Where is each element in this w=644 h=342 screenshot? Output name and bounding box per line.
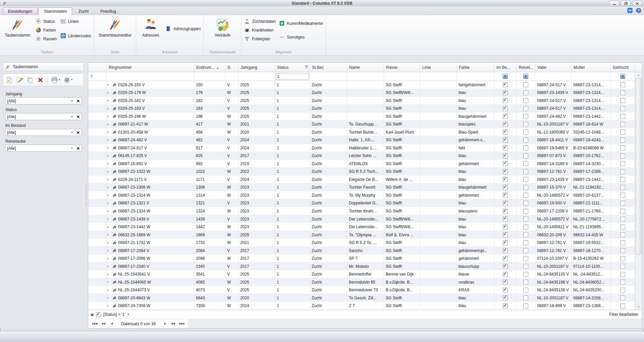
expand-arrow-icon[interactable] (107, 186, 111, 189)
table-row[interactable]: 08897-23-1321 V 1321 V 2023 1 Zucht Dopp… (88, 199, 635, 207)
reisetaube-checkbox[interactable] (523, 193, 528, 198)
table-row[interactable]: 01301-20-458 W 458 W 2020 1 Zucht Tochte… (88, 128, 635, 136)
reisetaube-checkbox[interactable] (523, 256, 528, 261)
restore-button[interactable] (621, 1, 631, 6)
expand-arrow-icon[interactable] (107, 289, 111, 292)
reisetaube-checkbox[interactable] (523, 98, 528, 103)
column-header-status[interactable]: Status (275, 63, 310, 72)
edit-filter-link[interactable]: Filter bearbeiten (609, 312, 640, 317)
expand-arrow-icon[interactable] (107, 304, 111, 307)
tab-stammdaten[interactable]: Stammdaten (39, 7, 72, 15)
close-filter-x-icon[interactable] (91, 313, 94, 316)
reisetaube-checkbox[interactable] (523, 138, 528, 143)
im-bestand-checkbox[interactable] (503, 209, 508, 214)
geloescht-checkbox[interactable] (620, 216, 625, 222)
filter-reisetaube-combo[interactable]: [Alle] (5, 145, 82, 152)
nav-first-button[interactable] (91, 321, 99, 327)
column-header-g[interactable]: G (225, 63, 238, 72)
vertical-scrollbar[interactable] (635, 72, 642, 310)
minimize-button[interactable] (609, 1, 620, 6)
column-header-geloescht[interactable]: Gelöscht (611, 63, 635, 72)
expand-arrow-icon[interactable] (107, 170, 111, 173)
reisetaube-checkbox[interactable] (523, 240, 528, 245)
table-row[interactable]: 06632-25-1669 W 1669 W 2025 1 Zucht To. … (88, 231, 635, 239)
table-row[interactable]: 08897-22-1022 W 1022 W 2022 1 Zucht SG R… (88, 168, 635, 176)
column-header-linie[interactable]: Linie (420, 63, 457, 72)
table-row[interactable]: 08897-23-1314 W 1314 W 2023 1 Zucht To. … (88, 191, 635, 199)
filter-cell-reisetaube[interactable] (517, 72, 535, 81)
table-row[interactable]: NL-25-1544073 V 4073 V 2025 1 Zucht Benn… (88, 286, 635, 294)
table-row[interactable]: 08897-23-1306 W 1306 W 2023 1 Zucht Toch… (88, 184, 635, 192)
im-bestand-checkbox[interactable] (503, 295, 508, 300)
reisetaube-checkbox[interactable] (523, 122, 528, 127)
expand-arrow-icon[interactable] (107, 83, 111, 86)
geloescht-checkbox[interactable] (620, 138, 625, 143)
column-header-im-bestand[interactable]: Im Be... (494, 63, 517, 72)
combo-dropdown-caret[interactable] (69, 147, 75, 150)
farben-button[interactable]: Farben (36, 27, 57, 33)
geloescht-checkbox[interactable] (620, 145, 625, 150)
table-row[interactable]: 08897-24-517 V 517 V 2024 1 Zucht Halbbr… (88, 144, 635, 152)
kuren-medikamente-button[interactable]: Kuren/Medikamente (279, 20, 323, 26)
filter-status-combo[interactable]: [Alle] (5, 113, 82, 120)
table-row[interactable]: 0329-25-179 W 179 W 2025 1 Zucht SG Stef… (88, 89, 635, 97)
expand-arrow-icon[interactable] (107, 99, 111, 102)
taubenstamm-button[interactable]: Taubenstamm (3, 15, 32, 38)
reisetaube-checkbox[interactable] (523, 106, 528, 111)
geloescht-checkbox[interactable] (620, 209, 625, 214)
im-bestand-checkbox[interactable] (503, 240, 508, 245)
column-header-jahrgang[interactable]: Jahrgang (238, 63, 275, 72)
expand-arrow-icon[interactable] (107, 249, 111, 252)
geloescht-checkbox[interactable] (620, 232, 625, 237)
filter-cell-ringnummer[interactable] (107, 72, 194, 81)
reisetaube-checkbox[interactable] (523, 90, 528, 95)
table-row[interactable]: 08897-23-1324 W 1324 W 2023 1 Zucht Toch… (88, 207, 635, 215)
table-row[interactable]: 08897-23-1439 V 1439 V 2023 1 Zucht Der … (88, 215, 635, 223)
im-bestand-checkbox[interactable] (503, 185, 508, 190)
im-bestand-checkbox[interactable] (503, 82, 508, 87)
scrollbar-thumb[interactable] (636, 78, 641, 254)
table-row[interactable]: 0329-25-183 V 183 V 2025 1 Zucht SG Stef… (88, 105, 635, 113)
geloescht-checkbox[interactable] (620, 185, 625, 190)
new-record-button[interactable] (4, 75, 14, 85)
filter-cell-mutter[interactable] (572, 72, 611, 81)
column-header-ringnummer[interactable]: Ringnummer (107, 63, 194, 72)
geloescht-checkbox[interactable] (620, 106, 625, 111)
reisetaube-checkbox[interactable] (523, 232, 528, 237)
tab-preisflug[interactable]: Preisflug (95, 7, 121, 15)
table-row[interactable]: 08897-17-2084 V 2084 V 2017 1 Zucht Sanc… (88, 247, 635, 255)
print-dropdown-caret[interactable] (59, 79, 60, 81)
filter-cell-im-bestand[interactable] (494, 72, 517, 81)
settings-dropdown-caret[interactable] (71, 79, 72, 81)
filter-cell-g[interactable] (225, 72, 238, 81)
expand-arrow-icon[interactable] (107, 131, 111, 134)
reisetaube-checkbox[interactable] (523, 303, 528, 308)
column-header-vater[interactable]: Vater (535, 63, 572, 72)
filter-cell-stbez[interactable] (310, 72, 347, 81)
nav-prev-button[interactable] (108, 321, 115, 327)
nav-fast-prev-button[interactable] (100, 321, 107, 327)
reisetaube-checkbox[interactable] (523, 225, 528, 230)
im-bestand-checkbox[interactable] (503, 114, 508, 119)
table-row[interactable]: 0329-24-1171 V 1171 V 2024 1 Zucht Elega… (88, 176, 635, 184)
reisetaube-checkbox[interactable] (523, 201, 528, 206)
zuechterdaten-button[interactable]: Züchterdaten (244, 18, 276, 24)
expand-arrow-icon[interactable] (107, 123, 111, 126)
table-row[interactable]: 0329-25-182 V 182 V 2025 1 Zucht SG Stef… (88, 97, 635, 105)
scroll-up-icon[interactable] (635, 72, 642, 78)
reisetaube-checkbox[interactable] (523, 169, 528, 174)
table-row[interactable]: 08897-23-1442 W 1442 W 2023 1 Zucht Die … (88, 223, 635, 231)
table-row[interactable]: 0329-25-150 V 150 V 2025 1 Zucht SG Stef… (88, 81, 635, 89)
filter-cell-geloescht[interactable] (611, 72, 635, 81)
rassen-button[interactable]: Rassen (36, 36, 57, 42)
close-button[interactable] (632, 1, 642, 6)
filter-enabled-checkbox[interactable] (96, 312, 101, 317)
combo-dropdown-caret[interactable] (69, 115, 75, 118)
geloescht-checkbox[interactable] (620, 264, 625, 269)
geloescht-checkbox[interactable] (620, 122, 625, 127)
table-row[interactable]: NL-25-1543541 V 3541 V 2025 1 Zucht Benn… (88, 270, 635, 278)
adressen-button[interactable]: Adressen (139, 15, 162, 38)
expand-arrow-icon[interactable] (107, 107, 111, 110)
column-header-reisetaube[interactable]: Reiset... (517, 63, 535, 72)
im-bestand-checkbox[interactable] (503, 169, 508, 174)
